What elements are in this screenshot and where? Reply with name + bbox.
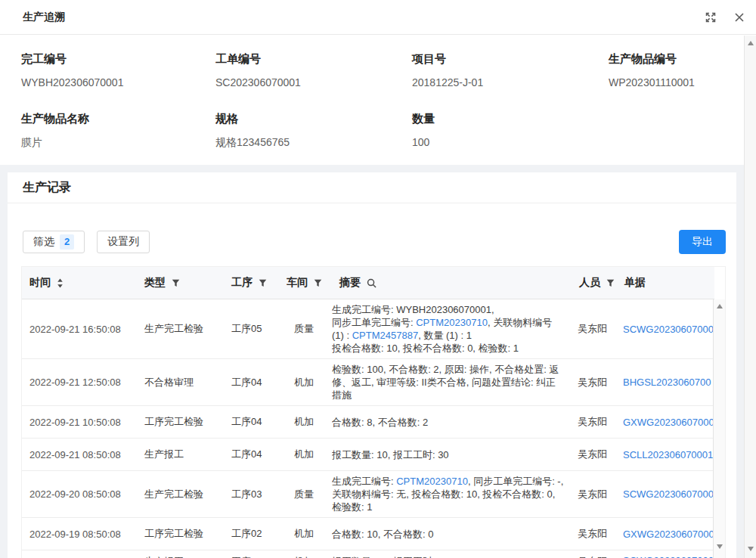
cell-process: 工序04 bbox=[224, 439, 279, 471]
doc-link[interactable]: GXWG20230607000 bbox=[623, 417, 714, 428]
cell-workshop: 机加 bbox=[279, 359, 332, 406]
table-row: 2022-09-19 08:50:08工序完工检验工序02机加合格数: 10, … bbox=[22, 518, 714, 550]
header-icons bbox=[705, 11, 745, 23]
info-field: 生产物品编号WP202301110001 bbox=[609, 52, 741, 88]
summary-link[interactable]: CPTM2457887 bbox=[352, 330, 418, 341]
cell-person: 吴东阳 bbox=[572, 518, 617, 550]
column-header-workshop[interactable]: 车间 bbox=[279, 267, 332, 299]
cell-person: 吴东阳 bbox=[572, 550, 617, 558]
cell-summary: 生成完工编号: CPTM20230710, 同步工单完工编号: -, 关联物料编… bbox=[332, 471, 572, 518]
cell-process: 工序04 bbox=[224, 406, 279, 439]
cell-summary: 合格数: 10, 不合格数: 0 bbox=[332, 518, 572, 550]
records-toolbar: 筛选 2 设置列 导出 bbox=[23, 230, 726, 254]
cell-time: 2022-09-21 10:50:08 bbox=[22, 406, 137, 439]
summary-text: 检验数: 100, 不合格数: 2, 原因: 操作, 不合格处置: 返修、返工,… bbox=[332, 364, 559, 401]
column-header-type[interactable]: 类型 bbox=[137, 267, 224, 299]
table-row: 2022-09-21 12:50:08不合格审理工序04机加检验数: 100, … bbox=[22, 359, 714, 406]
records-card: 生产记录 筛选 2 设置列 导出 时间类型工序车间摘要人员单据2022-09-2… bbox=[8, 172, 736, 558]
filter-icon[interactable] bbox=[314, 279, 322, 287]
column-header-process[interactable]: 工序 bbox=[224, 267, 279, 299]
filter-icon[interactable] bbox=[172, 279, 180, 287]
filter-button-label: 筛选 bbox=[33, 235, 54, 249]
doc-link[interactable]: SCWG20230607000 bbox=[623, 555, 714, 558]
table-row: 2022-09-21 08:50:08生产报工工序04机加报工数量: 10, 报… bbox=[22, 439, 714, 471]
info-field-value: 规格123456765 bbox=[215, 136, 412, 150]
column-header-label: 人员 bbox=[579, 276, 600, 290]
cell-time: 2022-09-21 12:50:08 bbox=[22, 359, 137, 406]
cell-doc: GXWG20230607000 bbox=[617, 406, 714, 439]
info-field-value: WYBH202306070001 bbox=[21, 76, 215, 88]
records-table: 时间类型工序车间摘要人员单据2022-09-21 16:50:08生产完工检验工… bbox=[21, 266, 726, 558]
info-section: 完工编号WYBH202306070001工单编号SC202306070001项目… bbox=[0, 35, 756, 165]
cell-workshop: 机加 bbox=[279, 518, 332, 550]
column-header-label: 摘要 bbox=[339, 276, 361, 290]
cell-workshop: 质量 bbox=[279, 299, 332, 359]
modal-scrollbar[interactable] bbox=[744, 36, 756, 558]
set-columns-button[interactable]: 设置列 bbox=[97, 231, 150, 253]
set-columns-label: 设置列 bbox=[107, 235, 139, 249]
info-field-label: 生产物品编号 bbox=[609, 52, 741, 67]
column-header-time[interactable]: 时间 bbox=[22, 267, 137, 299]
doc-link[interactable]: GXWG20230607000 bbox=[623, 529, 714, 540]
cell-summary: 生成完工编号: WYBH202306070001, 同步工单完工编号: CPTM… bbox=[332, 299, 572, 359]
table-row: 生产报工工序01机加报工数量: 10, 报工工时: 30吴东阳SCWG20230… bbox=[22, 550, 714, 558]
cell-time: 2022-09-21 08:50:08 bbox=[22, 439, 137, 471]
info-field: 工单编号SC202306070001 bbox=[215, 52, 412, 88]
summary-text: 生成完工编号: bbox=[332, 476, 396, 487]
column-header-summary[interactable]: 摘要 bbox=[332, 267, 572, 299]
column-header-person[interactable]: 人员 bbox=[572, 267, 617, 299]
doc-link[interactable]: SCLL202306070001 bbox=[623, 449, 713, 460]
info-field-label: 完工编号 bbox=[21, 52, 215, 67]
cell-type: 生产完工检验 bbox=[137, 299, 224, 359]
info-field-value: WP202301110001 bbox=[609, 76, 741, 88]
cell-workshop: 机加 bbox=[279, 406, 332, 439]
summary-link[interactable]: CPTM20230710 bbox=[416, 317, 488, 328]
table-row: 2022-09-20 08:50:08生产完工检验工序03质量生成完工编号: C… bbox=[22, 471, 714, 518]
column-header-label: 单据 bbox=[624, 276, 646, 290]
doc-link[interactable]: BHGSL2023060700 bbox=[623, 377, 711, 388]
column-header-doc: 单据 bbox=[617, 267, 714, 299]
cell-person: 吴东阳 bbox=[572, 439, 617, 471]
export-button[interactable]: 导出 bbox=[679, 230, 726, 254]
cell-doc: SCWG20230607000 bbox=[617, 471, 714, 518]
table-row: 2022-09-21 16:50:08生产完工检验工序05质量生成完工编号: W… bbox=[22, 299, 714, 359]
doc-link[interactable]: SCWG20230607000 bbox=[623, 488, 714, 500]
cell-doc: BHGSL2023060700 bbox=[617, 359, 714, 406]
sort-icon[interactable] bbox=[57, 278, 64, 288]
doc-link[interactable]: SCWG20230607000 bbox=[623, 324, 714, 335]
cell-type: 生产报工 bbox=[137, 439, 224, 471]
info-field-value: 100 bbox=[412, 136, 609, 148]
info-grid: 完工编号WYBH202306070001工单编号SC202306070001项目… bbox=[21, 52, 741, 150]
column-header-label: 工序 bbox=[231, 276, 253, 290]
summary-text: 合格数: 8, 不合格数: 2 bbox=[332, 417, 428, 428]
search-icon[interactable] bbox=[367, 278, 376, 288]
info-field: 生产物品名称膜片 bbox=[21, 112, 215, 150]
cell-workshop: 质量 bbox=[279, 471, 332, 518]
cell-person: 吴东阳 bbox=[572, 471, 617, 518]
cell-type: 工序完工检验 bbox=[137, 518, 224, 550]
summary-link[interactable]: CPTM20230710 bbox=[396, 476, 468, 487]
info-field-label: 规格 bbox=[215, 112, 412, 126]
modal-scroll-down-icon[interactable] bbox=[748, 547, 754, 551]
cell-person: 吴东阳 bbox=[572, 359, 617, 406]
records-table-grid: 时间类型工序车间摘要人员单据2022-09-21 16:50:08生产完工检验工… bbox=[22, 267, 714, 558]
table-scrollbar[interactable] bbox=[713, 299, 725, 558]
expand-icon[interactable] bbox=[705, 11, 717, 23]
column-header-label: 车间 bbox=[287, 276, 308, 290]
cell-summary: 报工数量: 10, 报工工时: 30 bbox=[332, 550, 572, 558]
modal-scroll-up-icon[interactable] bbox=[748, 41, 754, 45]
cell-person: 吴东阳 bbox=[572, 406, 617, 439]
info-field: 完工编号WYBH202306070001 bbox=[21, 52, 215, 88]
cell-time bbox=[22, 550, 137, 558]
scroll-up-icon[interactable] bbox=[717, 304, 723, 308]
info-field-value: 膜片 bbox=[21, 136, 215, 150]
column-header-label: 时间 bbox=[29, 276, 51, 290]
records-section-title: 生产记录 bbox=[8, 172, 736, 203]
filter-icon[interactable] bbox=[259, 279, 267, 287]
close-icon[interactable] bbox=[733, 11, 745, 23]
scroll-down-icon[interactable] bbox=[717, 544, 723, 549]
filter-icon[interactable] bbox=[606, 279, 615, 287]
cell-time: 2022-09-20 08:50:08 bbox=[22, 471, 137, 518]
filter-button[interactable]: 筛选 2 bbox=[23, 231, 85, 253]
filter-count-badge: 2 bbox=[60, 234, 74, 250]
